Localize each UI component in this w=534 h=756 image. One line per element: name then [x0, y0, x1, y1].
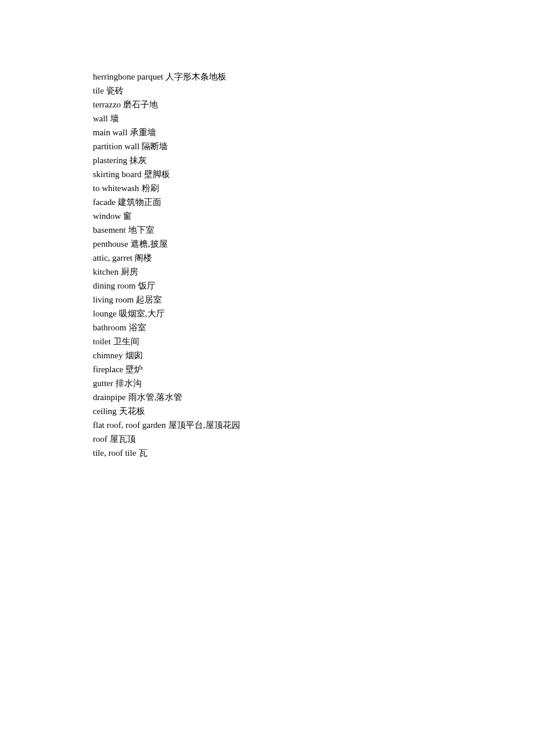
term-english: tile [93, 86, 104, 95]
vocabulary-entry: plastering抹灰 [93, 153, 441, 167]
term-chinese: 粉刷 [142, 183, 159, 193]
vocabulary-entry: basement地下室 [93, 223, 441, 237]
term-chinese: 雨水管,落水管 [128, 393, 183, 402]
term-chinese: 壁脚板 [144, 170, 170, 179]
term-chinese: 磨石子地 [123, 100, 158, 109]
vocabulary-entry: living room起居室 [93, 293, 441, 307]
term-english: to whitewash [93, 183, 139, 193]
term-english: lounge [93, 309, 117, 318]
term-english: wall [93, 114, 108, 123]
term-chinese: 天花板 [119, 406, 145, 416]
vocabulary-entry: fireplace壁炉 [93, 362, 441, 376]
term-english: flat roof, roof garden [93, 420, 166, 430]
vocabulary-list: herringbone parquet人字形木条地板tile瓷砖terrazzo… [93, 70, 441, 460]
vocabulary-entry: facade建筑物正面 [93, 195, 441, 209]
vocabulary-entry: window窗 [93, 209, 441, 223]
vocabulary-entry: toilet卫生间 [93, 334, 441, 348]
vocabulary-entry: partition wall隔断墙 [93, 139, 441, 153]
term-english: partition wall [93, 142, 139, 151]
term-english: ceiling [93, 406, 117, 416]
term-chinese: 吸烟室,大厅 [119, 309, 165, 318]
vocabulary-entry: dining room饭厅 [93, 279, 441, 293]
term-chinese: 窗 [123, 211, 132, 221]
vocabulary-page: herringbone parquet人字形木条地板tile瓷砖terrazzo… [0, 0, 534, 460]
term-chinese: 卫生间 [113, 337, 139, 346]
term-chinese: 屋瓦顶 [110, 434, 136, 444]
term-english: facade [93, 197, 116, 207]
term-english: tile, roof tile [93, 448, 136, 458]
term-english: chimney [93, 351, 123, 360]
term-english: attic, garret [93, 253, 132, 262]
term-english: drainpipe [93, 393, 126, 402]
term-english: penthouse [93, 239, 128, 249]
term-chinese: 墙 [110, 114, 119, 123]
vocabulary-entry: drainpipe雨水管,落水管 [93, 390, 441, 404]
term-english: basement [93, 225, 126, 235]
term-chinese: 瓦 [139, 448, 147, 458]
vocabulary-entry: wall墙 [93, 111, 441, 125]
term-chinese: 饭厅 [138, 281, 156, 290]
vocabulary-entry: herringbone parquet人字形木条地板 [93, 70, 441, 84]
term-english: bathroom [93, 323, 127, 332]
term-chinese: 壁炉 [125, 365, 143, 374]
term-chinese: 承重墙 [130, 128, 156, 137]
term-english: dining room [93, 281, 136, 290]
term-english: kitchen [93, 267, 118, 276]
term-english: plastering [93, 156, 127, 165]
vocabulary-entry: flat roof, roof garden屋顶平台,屋顶花园 [93, 418, 441, 432]
vocabulary-entry: roof屋瓦顶 [93, 432, 441, 446]
term-english: gutter [93, 379, 113, 388]
term-chinese: 人字形木条地板 [165, 72, 226, 81]
term-english: herringbone parquet [93, 72, 163, 81]
vocabulary-entry: kitchen厨房 [93, 265, 441, 279]
term-english: roof [93, 434, 107, 444]
term-chinese: 烟囱 [125, 351, 143, 360]
vocabulary-entry: tile瓷砖 [93, 84, 441, 98]
term-chinese: 地下室 [128, 225, 154, 235]
term-english: terrazzo [93, 100, 121, 109]
vocabulary-entry: chimney烟囱 [93, 348, 441, 362]
term-english: fireplace [93, 365, 123, 374]
term-chinese: 瓷砖 [106, 86, 124, 95]
vocabulary-entry: skirting board壁脚板 [93, 167, 441, 181]
vocabulary-entry: gutter排水沟 [93, 376, 441, 390]
vocabulary-entry: main wall承重墙 [93, 125, 441, 139]
vocabulary-entry: penthouse遮檐,披屋 [93, 237, 441, 251]
term-chinese: 抹灰 [129, 156, 147, 165]
term-chinese: 隔断墙 [142, 142, 168, 151]
vocabulary-entry: ceiling天花板 [93, 404, 441, 418]
term-chinese: 起居室 [136, 295, 162, 304]
vocabulary-entry: lounge吸烟室,大厅 [93, 307, 441, 321]
term-chinese: 厨房 [121, 267, 138, 276]
vocabulary-entry: to whitewash粉刷 [93, 181, 441, 195]
term-english: main wall [93, 128, 128, 137]
vocabulary-entry: terrazzo磨石子地 [93, 98, 441, 111]
term-english: toilet [93, 337, 111, 346]
vocabulary-entry: tile, roof tile瓦 [93, 446, 441, 460]
term-chinese: 浴室 [129, 323, 146, 332]
term-chinese: 阁楼 [135, 253, 152, 262]
term-chinese: 建筑物正面 [118, 197, 161, 207]
vocabulary-entry: bathroom浴室 [93, 321, 441, 334]
term-english: window [93, 211, 121, 221]
term-chinese: 屋顶平台,屋顶花园 [168, 420, 240, 430]
vocabulary-entry: attic, garret阁楼 [93, 251, 441, 265]
term-chinese: 排水沟 [116, 379, 142, 388]
term-chinese: 遮檐,披屋 [131, 239, 168, 249]
term-english: skirting board [93, 170, 142, 179]
term-english: living room [93, 295, 134, 304]
